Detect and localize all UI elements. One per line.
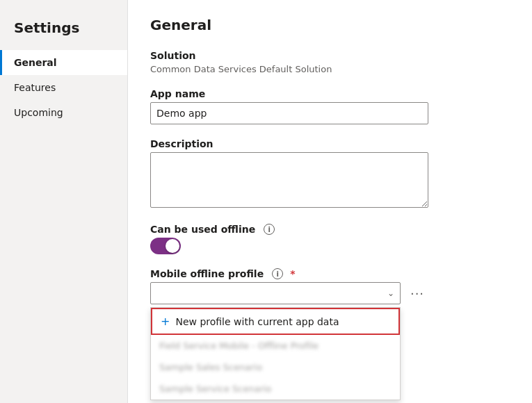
- more-options-button[interactable]: ···: [406, 282, 428, 304]
- dropdown-item-3[interactable]: Sample Sales Scenario: [151, 356, 400, 378]
- dropdown-menu: + New profile with current app data Fiel…: [150, 307, 401, 400]
- required-star: *: [290, 268, 295, 279]
- toggle-knob: [166, 239, 179, 253]
- description-label: Description: [150, 138, 510, 149]
- offline-info-icon[interactable]: i: [264, 224, 275, 235]
- offline-toggle[interactable]: [150, 238, 181, 254]
- description-input[interactable]: [150, 152, 428, 208]
- dropdown-item-2[interactable]: Field Service Mobile - Offline Profile: [151, 335, 400, 356]
- dropdown-new-profile-item[interactable]: + New profile with current app data: [151, 308, 400, 335]
- mobile-offline-label: Mobile offline profile: [150, 268, 264, 279]
- description-field: Description: [150, 138, 510, 210]
- ellipsis-icon: ···: [410, 286, 424, 301]
- sidebar-item-features[interactable]: Features: [0, 75, 127, 100]
- app-name-input[interactable]: [150, 102, 428, 124]
- mobile-offline-profile-field: Mobile offline profile i * ⌄ ··· + New p…: [150, 268, 510, 304]
- mobile-offline-dropdown[interactable]: ⌄: [150, 282, 401, 304]
- solution-field: Solution Common Data Services Default So…: [150, 50, 510, 74]
- dropdown-item-4[interactable]: Sample Service Scenario: [151, 378, 400, 400]
- page-title: General: [150, 17, 510, 33]
- sidebar: Settings General Features Upcoming: [0, 0, 128, 403]
- new-profile-label: New profile with current app data: [175, 316, 339, 327]
- app-name-field: App name: [150, 88, 510, 124]
- plus-icon: +: [161, 315, 170, 328]
- app-name-label: App name: [150, 88, 510, 99]
- mobile-offline-info-icon[interactable]: i: [272, 268, 283, 279]
- sidebar-item-general[interactable]: General: [0, 50, 127, 75]
- dropdown-row: ⌄ ··· + New profile with current app dat…: [150, 282, 510, 304]
- main-content: General Solution Common Data Services De…: [128, 0, 532, 403]
- chevron-down-icon: ⌄: [387, 288, 394, 298]
- sidebar-item-upcoming[interactable]: Upcoming: [0, 100, 127, 125]
- solution-label: Solution: [150, 50, 510, 61]
- solution-value: Common Data Services Default Solution: [150, 64, 510, 74]
- sidebar-title: Settings: [0, 14, 127, 50]
- offline-label: Can be used offline: [150, 224, 255, 235]
- offline-field: Can be used offline i: [150, 224, 510, 254]
